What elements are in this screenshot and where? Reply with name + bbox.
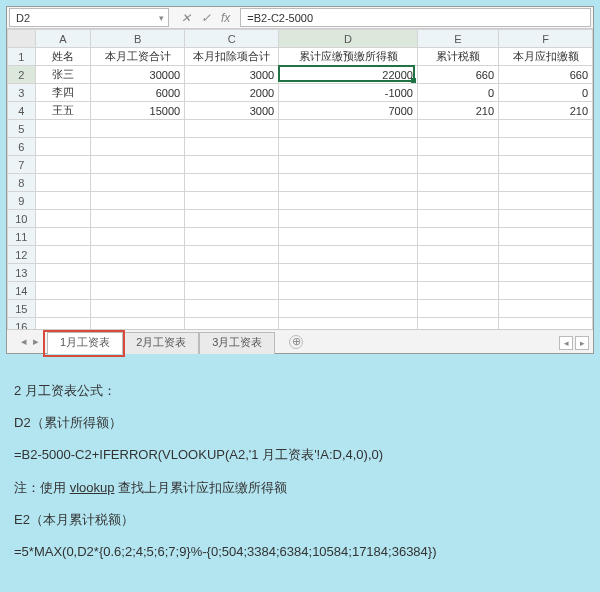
cell[interactable] xyxy=(185,138,279,156)
row-header[interactable]: 9 xyxy=(8,192,36,210)
cell[interactable] xyxy=(91,156,185,174)
col-header-D[interactable]: D xyxy=(279,30,418,48)
cell[interactable] xyxy=(185,246,279,264)
cell[interactable] xyxy=(279,156,418,174)
cell[interactable]: 0 xyxy=(499,84,593,102)
cell[interactable] xyxy=(185,282,279,300)
cell[interactable] xyxy=(35,318,91,330)
cell[interactable] xyxy=(91,138,185,156)
cell[interactable] xyxy=(417,192,498,210)
row-header-2[interactable]: 2 xyxy=(8,66,36,84)
row-header[interactable]: 11 xyxy=(8,228,36,246)
name-box[interactable]: D2 ▾ xyxy=(9,8,169,27)
sheet-tab-1[interactable]: 1月工资表 xyxy=(47,332,123,354)
cell-selected[interactable]: 22000 xyxy=(279,66,418,84)
row-header[interactable]: 12 xyxy=(8,246,36,264)
cell[interactable] xyxy=(185,318,279,330)
cell[interactable] xyxy=(499,300,593,318)
cell[interactable] xyxy=(185,174,279,192)
row-header[interactable]: 15 xyxy=(8,300,36,318)
col-header-B[interactable]: B xyxy=(91,30,185,48)
cell[interactable]: 张三 xyxy=(35,66,91,84)
col-header-E[interactable]: E xyxy=(417,30,498,48)
cell[interactable] xyxy=(91,264,185,282)
cell[interactable] xyxy=(417,300,498,318)
cell[interactable] xyxy=(35,156,91,174)
tab-nav-next-icon[interactable]: ▸ xyxy=(33,335,39,348)
enter-icon[interactable]: ✓ xyxy=(201,11,211,25)
cell[interactable]: 李四 xyxy=(35,84,91,102)
tab-nav-first-icon[interactable]: ◂ xyxy=(21,335,27,348)
cell[interactable] xyxy=(279,210,418,228)
cell[interactable] xyxy=(185,192,279,210)
cell[interactable] xyxy=(499,246,593,264)
cell[interactable] xyxy=(185,210,279,228)
cell[interactable] xyxy=(35,174,91,192)
cell[interactable] xyxy=(35,228,91,246)
cell[interactable] xyxy=(417,210,498,228)
cell[interactable] xyxy=(91,192,185,210)
row-header-4[interactable]: 4 xyxy=(8,102,36,120)
cell[interactable] xyxy=(91,300,185,318)
cell[interactable] xyxy=(499,264,593,282)
cell[interactable] xyxy=(499,228,593,246)
cell[interactable] xyxy=(35,264,91,282)
cell[interactable]: 210 xyxy=(417,102,498,120)
cell[interactable]: 本月工资合计 xyxy=(91,48,185,66)
row-header-1[interactable]: 1 xyxy=(8,48,36,66)
cell[interactable] xyxy=(35,120,91,138)
cell[interactable] xyxy=(185,120,279,138)
cell[interactable] xyxy=(417,228,498,246)
cell[interactable] xyxy=(91,120,185,138)
cell[interactable] xyxy=(499,174,593,192)
cell[interactable] xyxy=(91,228,185,246)
cell[interactable]: 210 xyxy=(499,102,593,120)
cancel-icon[interactable]: ✕ xyxy=(181,11,191,25)
add-sheet-button[interactable]: ⊕ xyxy=(289,335,303,349)
cell[interactable] xyxy=(499,120,593,138)
cell[interactable] xyxy=(35,210,91,228)
sheet-tab-2[interactable]: 2月工资表 xyxy=(123,332,199,354)
cell[interactable]: 本月应扣缴额 xyxy=(499,48,593,66)
cell[interactable] xyxy=(91,210,185,228)
cell[interactable] xyxy=(499,210,593,228)
cell[interactable] xyxy=(417,174,498,192)
cell[interactable] xyxy=(91,174,185,192)
cell[interactable] xyxy=(499,318,593,330)
cell[interactable] xyxy=(279,300,418,318)
cell[interactable] xyxy=(417,246,498,264)
col-header-C[interactable]: C xyxy=(185,30,279,48)
cell[interactable]: 660 xyxy=(417,66,498,84)
cell[interactable] xyxy=(417,156,498,174)
sheet-tab-3[interactable]: 3月工资表 xyxy=(199,332,275,354)
cell[interactable] xyxy=(91,282,185,300)
cell[interactable] xyxy=(279,120,418,138)
cell[interactable] xyxy=(185,264,279,282)
row-header[interactable]: 13 xyxy=(8,264,36,282)
col-header-A[interactable]: A xyxy=(35,30,91,48)
cell[interactable] xyxy=(185,300,279,318)
row-header-3[interactable]: 3 xyxy=(8,84,36,102)
formula-bar[interactable]: =B2-C2-5000 xyxy=(240,8,591,27)
cell[interactable] xyxy=(185,156,279,174)
scroll-right-icon[interactable]: ▸ xyxy=(575,336,589,350)
cell[interactable] xyxy=(499,156,593,174)
cell[interactable] xyxy=(279,318,418,330)
cell[interactable] xyxy=(279,138,418,156)
cell[interactable] xyxy=(499,138,593,156)
cell[interactable]: 2000 xyxy=(185,84,279,102)
cell[interactable] xyxy=(91,318,185,330)
grid[interactable]: A B C D E F 1 姓名 本月工资合计 本月扣除项合计 累计应缴预缴所得… xyxy=(7,29,593,329)
cell[interactable]: 30000 xyxy=(91,66,185,84)
cell[interactable] xyxy=(35,192,91,210)
cell[interactable]: 6000 xyxy=(91,84,185,102)
row-header[interactable]: 16 xyxy=(8,318,36,330)
cell[interactable] xyxy=(417,264,498,282)
cell[interactable] xyxy=(185,228,279,246)
cell[interactable] xyxy=(91,246,185,264)
select-all-corner[interactable] xyxy=(8,30,36,48)
cell[interactable] xyxy=(279,174,418,192)
cell[interactable] xyxy=(499,282,593,300)
cell[interactable]: 15000 xyxy=(91,102,185,120)
cell[interactable]: 累计税额 xyxy=(417,48,498,66)
